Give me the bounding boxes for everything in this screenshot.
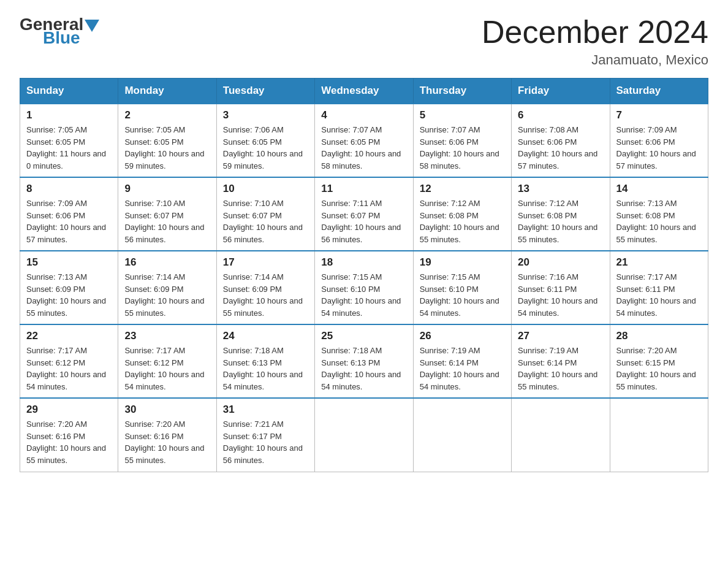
- day-info: Sunrise: 7:16 AMSunset: 6:11 PMDaylight:…: [518, 272, 597, 318]
- day-info: Sunrise: 7:17 AMSunset: 6:12 PMDaylight:…: [124, 346, 204, 391]
- logo-blue-text: Blue: [43, 28, 80, 48]
- calendar-cell: 1 Sunrise: 7:05 AMSunset: 6:05 PMDayligh…: [20, 104, 118, 177]
- day-number: 14: [616, 183, 702, 195]
- calendar-cell: 9 Sunrise: 7:10 AMSunset: 6:07 PMDayligh…: [118, 177, 216, 251]
- day-number: 12: [420, 183, 505, 195]
- calendar-cell: 17 Sunrise: 7:14 AMSunset: 6:09 PMDaylig…: [216, 251, 314, 324]
- calendar-cell: [512, 398, 610, 472]
- calendar-cell: 22 Sunrise: 7:17 AMSunset: 6:12 PMDaylig…: [20, 324, 118, 398]
- calendar-cell: 5 Sunrise: 7:07 AMSunset: 6:06 PMDayligh…: [413, 104, 511, 177]
- day-info: Sunrise: 7:12 AMSunset: 6:08 PMDaylight:…: [518, 199, 597, 244]
- calendar-cell: [315, 398, 413, 472]
- header-row: Sunday Monday Tuesday Wednesday Thursday…: [20, 79, 708, 104]
- header-saturday: Saturday: [610, 79, 708, 104]
- calendar-cell: [610, 398, 708, 472]
- day-info: Sunrise: 7:17 AMSunset: 6:11 PMDaylight:…: [616, 272, 696, 318]
- header-tuesday: Tuesday: [216, 79, 314, 104]
- day-info: Sunrise: 7:20 AMSunset: 6:16 PMDaylight:…: [26, 419, 106, 465]
- day-number: 11: [321, 183, 406, 195]
- day-number: 25: [321, 330, 406, 342]
- calendar-cell: 29 Sunrise: 7:20 AMSunset: 6:16 PMDaylig…: [20, 398, 118, 472]
- calendar-cell: 21 Sunrise: 7:17 AMSunset: 6:11 PMDaylig…: [610, 251, 708, 324]
- calendar-cell: 2 Sunrise: 7:05 AMSunset: 6:05 PMDayligh…: [118, 104, 216, 177]
- day-number: 23: [124, 330, 210, 342]
- day-info: Sunrise: 7:08 AMSunset: 6:06 PMDaylight:…: [518, 125, 597, 170]
- page-header: General Blue December 2024 Janamuato, Me…: [20, 15, 708, 68]
- calendar-cell: 16 Sunrise: 7:14 AMSunset: 6:09 PMDaylig…: [118, 251, 216, 324]
- calendar-subtitle: Janamuato, Mexico: [482, 52, 708, 68]
- calendar-cell: 14 Sunrise: 7:13 AMSunset: 6:08 PMDaylig…: [610, 177, 708, 251]
- day-number: 21: [616, 256, 702, 269]
- day-number: 4: [321, 109, 406, 121]
- day-number: 3: [223, 109, 308, 121]
- calendar-cell: 28 Sunrise: 7:20 AMSunset: 6:15 PMDaylig…: [610, 324, 708, 398]
- day-info: Sunrise: 7:09 AMSunset: 6:06 PMDaylight:…: [26, 199, 106, 244]
- calendar-cell: 31 Sunrise: 7:21 AMSunset: 6:17 PMDaylig…: [216, 398, 314, 472]
- day-number: 26: [420, 330, 505, 342]
- calendar-cell: 10 Sunrise: 7:10 AMSunset: 6:07 PMDaylig…: [216, 177, 314, 251]
- day-number: 28: [616, 330, 702, 342]
- calendar-cell: 19 Sunrise: 7:15 AMSunset: 6:10 PMDaylig…: [413, 251, 511, 324]
- calendar-cell: 4 Sunrise: 7:07 AMSunset: 6:05 PMDayligh…: [315, 104, 413, 177]
- calendar-cell: 26 Sunrise: 7:19 AMSunset: 6:14 PMDaylig…: [413, 324, 511, 398]
- day-number: 1: [26, 109, 112, 121]
- logo: General Blue: [20, 15, 100, 48]
- header-friday: Friday: [512, 79, 610, 104]
- calendar-table: Sunday Monday Tuesday Wednesday Thursday…: [20, 78, 708, 472]
- day-number: 24: [223, 330, 308, 342]
- calendar-cell: 3 Sunrise: 7:06 AMSunset: 6:05 PMDayligh…: [216, 104, 314, 177]
- day-number: 22: [26, 330, 112, 342]
- calendar-cell: 30 Sunrise: 7:20 AMSunset: 6:16 PMDaylig…: [118, 398, 216, 472]
- day-number: 10: [223, 183, 308, 195]
- day-info: Sunrise: 7:15 AMSunset: 6:10 PMDaylight:…: [321, 272, 401, 318]
- calendar-week-row: 29 Sunrise: 7:20 AMSunset: 6:16 PMDaylig…: [20, 398, 708, 472]
- day-info: Sunrise: 7:07 AMSunset: 6:06 PMDaylight:…: [420, 125, 499, 170]
- day-info: Sunrise: 7:17 AMSunset: 6:12 PMDaylight:…: [26, 346, 106, 391]
- day-number: 7: [616, 109, 702, 121]
- calendar-cell: 15 Sunrise: 7:13 AMSunset: 6:09 PMDaylig…: [20, 251, 118, 324]
- logo-triangle-icon: [85, 20, 99, 32]
- calendar-cell: 7 Sunrise: 7:09 AMSunset: 6:06 PMDayligh…: [610, 104, 708, 177]
- day-info: Sunrise: 7:19 AMSunset: 6:14 PMDaylight:…: [518, 346, 597, 391]
- day-number: 18: [321, 256, 406, 269]
- calendar-cell: 24 Sunrise: 7:18 AMSunset: 6:13 PMDaylig…: [216, 324, 314, 398]
- day-number: 27: [518, 330, 603, 342]
- day-info: Sunrise: 7:18 AMSunset: 6:13 PMDaylight:…: [321, 346, 401, 391]
- day-info: Sunrise: 7:10 AMSunset: 6:07 PMDaylight:…: [223, 199, 303, 244]
- day-number: 13: [518, 183, 603, 195]
- header-thursday: Thursday: [413, 79, 511, 104]
- day-number: 9: [124, 183, 210, 195]
- calendar-week-row: 22 Sunrise: 7:17 AMSunset: 6:12 PMDaylig…: [20, 324, 708, 398]
- day-number: 16: [124, 256, 210, 269]
- day-info: Sunrise: 7:10 AMSunset: 6:07 PMDaylight:…: [124, 199, 204, 244]
- calendar-week-row: 15 Sunrise: 7:13 AMSunset: 6:09 PMDaylig…: [20, 251, 708, 324]
- calendar-header: Sunday Monday Tuesday Wednesday Thursday…: [20, 79, 708, 104]
- day-info: Sunrise: 7:14 AMSunset: 6:09 PMDaylight:…: [223, 272, 303, 318]
- calendar-title: December 2024: [482, 15, 708, 50]
- day-info: Sunrise: 7:05 AMSunset: 6:05 PMDaylight:…: [26, 125, 106, 170]
- day-number: 19: [420, 256, 505, 269]
- calendar-cell: [413, 398, 511, 472]
- calendar-cell: 27 Sunrise: 7:19 AMSunset: 6:14 PMDaylig…: [512, 324, 610, 398]
- header-sunday: Sunday: [20, 79, 118, 104]
- day-info: Sunrise: 7:15 AMSunset: 6:10 PMDaylight:…: [420, 272, 499, 318]
- title-block: December 2024 Janamuato, Mexico: [482, 15, 708, 68]
- calendar-cell: 8 Sunrise: 7:09 AMSunset: 6:06 PMDayligh…: [20, 177, 118, 251]
- header-wednesday: Wednesday: [315, 79, 413, 104]
- header-monday: Monday: [118, 79, 216, 104]
- day-number: 2: [124, 109, 210, 121]
- day-info: Sunrise: 7:19 AMSunset: 6:14 PMDaylight:…: [420, 346, 499, 391]
- day-info: Sunrise: 7:21 AMSunset: 6:17 PMDaylight:…: [223, 419, 303, 465]
- day-number: 30: [124, 404, 210, 416]
- day-info: Sunrise: 7:20 AMSunset: 6:15 PMDaylight:…: [616, 346, 696, 391]
- day-info: Sunrise: 7:06 AMSunset: 6:05 PMDaylight:…: [223, 125, 303, 170]
- calendar-week-row: 8 Sunrise: 7:09 AMSunset: 6:06 PMDayligh…: [20, 177, 708, 251]
- day-number: 29: [26, 404, 112, 416]
- day-info: Sunrise: 7:09 AMSunset: 6:06 PMDaylight:…: [616, 125, 696, 170]
- day-number: 6: [518, 109, 603, 121]
- day-info: Sunrise: 7:20 AMSunset: 6:16 PMDaylight:…: [124, 419, 204, 465]
- day-number: 31: [223, 404, 308, 416]
- day-info: Sunrise: 7:07 AMSunset: 6:05 PMDaylight:…: [321, 125, 401, 170]
- day-number: 15: [26, 256, 112, 269]
- day-number: 5: [420, 109, 505, 121]
